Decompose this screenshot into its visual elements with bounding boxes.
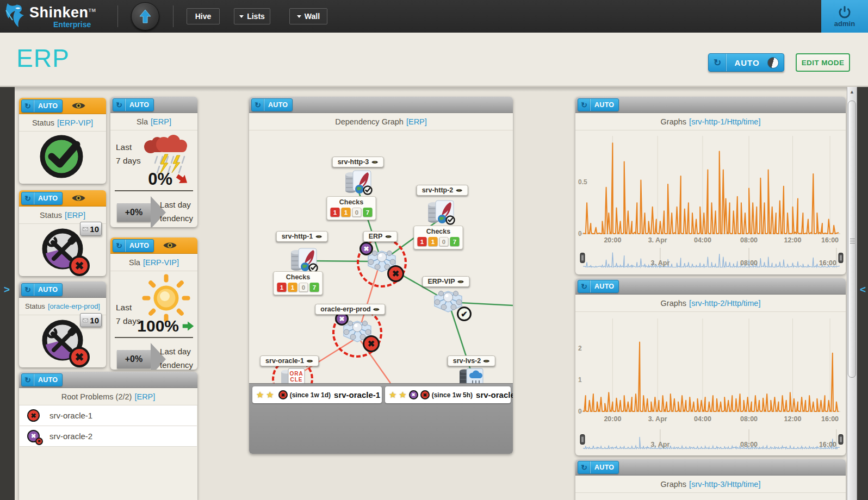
title-link[interactable]: [srv-http-1/Http/time] [689, 117, 760, 126]
auto-refresh-button[interactable]: ↻ AUTO [578, 280, 619, 293]
notifications-badge[interactable]: 10 [80, 222, 102, 236]
graph-node-oracle-erp-prod[interactable]: ✖✖ [339, 317, 375, 348]
refresh-icon: ↻ [22, 102, 34, 110]
graph-node-ERP[interactable]: ✖✖ [364, 247, 400, 278]
dependency-graph-canvas[interactable]: srv-http-3Checks1107srv-http-2Checks1107… [249, 130, 513, 383]
check-count-badge: 0 [439, 237, 449, 246]
widget-title: Graphs[srv-http-1/Http/time] [575, 113, 846, 130]
toggle-state-icon[interactable] [767, 57, 779, 68]
title-link[interactable]: [ERP-VIP] [143, 258, 179, 267]
problem-row[interactable]: ✖ srv-oracle-1 [20, 405, 197, 426]
menu-lists[interactable]: Lists [234, 8, 270, 24]
widget-title: Root Problems (2/2)[ERP] [19, 388, 197, 405]
graph-node-label[interactable]: ERP-VIP [422, 276, 469, 287]
title-link[interactable]: [ERP] [65, 211, 85, 220]
auto-refresh-button[interactable]: ↻ AUTO [21, 283, 63, 296]
svg-text:16:00: 16:00 [819, 259, 836, 267]
graph-node-srv-http-2[interactable] [426, 199, 455, 227]
expand-left-panel-chevron[interactable]: > [4, 284, 10, 296]
auto-refresh-button[interactable]: ↻ AUTO [21, 99, 63, 112]
menu-wall[interactable]: Wall [289, 8, 327, 24]
expand-right-panel-chevron[interactable]: < [860, 284, 866, 296]
svg-text:3. Apr: 3. Apr [648, 236, 667, 244]
svg-text:16:00: 16:00 [821, 415, 839, 423]
checks-summary[interactable]: Checks1107 [274, 271, 323, 295]
auto-refresh-button[interactable]: ↻ AUTO [113, 239, 154, 252]
widget-header: ↻ AUTO [19, 190, 106, 207]
scroll-top-button[interactable] [131, 2, 159, 30]
auto-refresh-button[interactable]: ↻ AUTO [251, 98, 293, 111]
graph-node-srv-oracle-1[interactable]: ORACLE [280, 366, 306, 383]
header-shadow [0, 87, 868, 92]
widget-title: Graphs[srv-http-3/Http/time] [575, 476, 846, 493]
sla-period-label: Last7 days [116, 140, 141, 167]
checks-summary[interactable]: Checks1107 [414, 226, 463, 249]
svg-text:08:00: 08:00 [740, 441, 758, 448]
check-count-badge: 1 [277, 283, 287, 292]
problem-row[interactable]: ✖ ✖ srv-oracle-2 [20, 426, 197, 447]
svg-text:0.5: 0.5 [578, 178, 587, 186]
graph-node-label[interactable]: srv-http-2 [417, 185, 468, 196]
widget-title: Status[ERP-VIP] [19, 114, 106, 132]
graph-node-ERP-VIP[interactable]: ✔ [430, 288, 466, 318]
check-count-badge: 7 [450, 237, 460, 246]
auto-refresh-button[interactable]: ↻ AUTO [578, 98, 619, 111]
graph-node-srv-http-3[interactable] [343, 169, 373, 197]
scrollbar-up-arrow[interactable]: ▲ [847, 87, 857, 96]
scrollbar-thumb[interactable] [848, 101, 856, 378]
graph-node-label[interactable]: srv-oracle-1 [260, 355, 319, 366]
graph-node-label[interactable]: oracle-erp-prod [315, 304, 385, 315]
svg-text:20:00: 20:00 [604, 236, 621, 244]
eye-icon[interactable] [163, 241, 177, 250]
title-link[interactable]: [ERP-VIP] [57, 118, 93, 127]
auto-refresh-button[interactable]: ↻ AUTO [21, 373, 63, 386]
menu-hive[interactable]: Hive [187, 8, 220, 24]
problem-summary-pill[interactable]: ★ ★ ✖ ✖ (since 1w 5h) srv-oracle-2 [385, 386, 511, 403]
refresh-icon: ↻ [113, 101, 125, 109]
widget-title: Graphs[srv-http-2/Http/time] [575, 295, 846, 312]
auto-refresh-button[interactable]: ↻ AUTO [21, 192, 63, 205]
divider [115, 190, 193, 191]
title-link[interactable]: [srv-http-2/Http/time] [689, 299, 760, 308]
svg-text:3. Apr: 3. Apr [650, 259, 669, 267]
vertical-scrollbar[interactable]: ▲ [847, 87, 857, 500]
widget-root-problems: ↻ AUTO Root Problems (2/2)[ERP] ✖ srv-or… [19, 372, 197, 500]
auto-refresh-toggle[interactable]: ↻ AUTO [708, 53, 784, 72]
notifications-badge[interactable]: 10 [80, 313, 102, 327]
title-link[interactable]: [srv-http-3/Http/time] [689, 480, 760, 489]
eye-icon[interactable] [71, 101, 86, 110]
widget-status-oracle-erp-prod: ↻ AUTO Status[oracle-erp-prod] 10 ✖ [19, 282, 106, 367]
critical-status-icon: ✖ [27, 409, 40, 422]
check-count-badge: 7 [363, 208, 373, 217]
title-link[interactable]: [ERP] [151, 117, 171, 126]
refresh-icon: ↻ [578, 282, 590, 291]
widget-header: ↻ AUTO [575, 97, 846, 113]
graph-node-label[interactable]: ERP [363, 231, 398, 242]
critical-status-icon: ✖ [420, 390, 430, 399]
user-menu[interactable]: admin [821, 0, 868, 33]
eye-icon[interactable] [71, 193, 86, 203]
graph-node-srv-lvs-2[interactable] [458, 366, 484, 383]
timeseries-chart [575, 493, 846, 500]
problem-summary-pill[interactable]: ★ ★ ✖ (since 1w 1d) srv-oracle-1 [252, 386, 382, 403]
timeseries-svg: 0.5020:003. Apr04:0008:0012:0016:003. Ap… [575, 130, 846, 274]
title-link[interactable]: [oracle-erp-prod] [48, 302, 100, 310]
widget-sla-erp-vip: ↻ AUTO Sla[ERP-VIP] Last7 days 100% [110, 238, 197, 370]
edit-mode-button[interactable]: EDIT MODE [796, 53, 850, 72]
checks-summary[interactable]: Checks1107 [327, 196, 376, 220]
svg-text:04:00: 04:00 [694, 236, 711, 244]
title-link[interactable]: [ERP] [134, 392, 155, 401]
check-count-badge: 1 [331, 208, 340, 217]
svg-text:20:00: 20:00 [604, 415, 621, 423]
auto-refresh-button[interactable]: ↻ AUTO [113, 98, 154, 111]
graph-node-label[interactable]: srv-http-1 [276, 231, 328, 242]
graph-node-label[interactable]: srv-lvs-2 [448, 355, 495, 366]
title-link[interactable]: [ERP] [406, 117, 427, 126]
check-count-badge: 7 [310, 283, 319, 292]
auto-refresh-button[interactable]: ↻ AUTO [578, 461, 619, 474]
navigator-handle [580, 435, 585, 445]
power-icon [838, 5, 852, 19]
graph-node-label[interactable]: srv-http-3 [332, 157, 384, 167]
widget-title: Sla[ERP-VIP] [110, 254, 197, 271]
navbar-separator [173, 5, 173, 27]
